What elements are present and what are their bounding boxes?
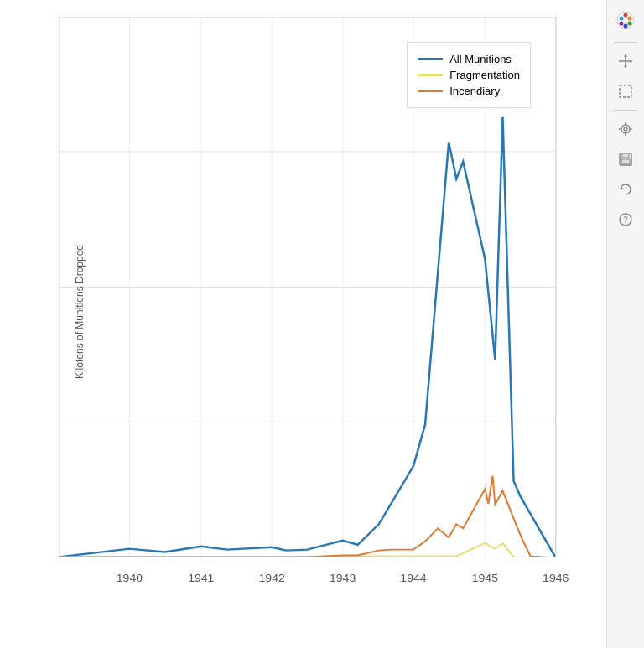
legend-item-all-munitions: All Munitions: [418, 53, 520, 65]
svg-marker-35: [619, 60, 621, 63]
chart-legend: All Munitions Fragmentation Incendiary: [407, 42, 531, 108]
chart-area: Kilotons of Munitions Dropped 0 100 200 …: [59, 17, 598, 606]
svg-point-30: [620, 17, 624, 21]
legend-item-fragmentation: Fragmentation: [418, 69, 520, 81]
save-button[interactable]: [612, 146, 639, 173]
bokeh-logo: [612, 7, 639, 34]
svg-text:1944: 1944: [400, 571, 427, 584]
svg-text:1945: 1945: [472, 571, 499, 584]
toolbar: ?: [606, 0, 644, 648]
svg-text:1941: 1941: [188, 571, 215, 584]
svg-text:1946: 1946: [543, 571, 569, 584]
toolbar-divider-2: [614, 110, 637, 111]
svg-marker-34: [624, 65, 627, 68]
legend-item-incendiary: Incendiary: [418, 85, 520, 97]
legend-line-all-munitions: [418, 58, 443, 60]
wheel-zoom-button[interactable]: [612, 116, 639, 143]
svg-point-26: [628, 17, 632, 21]
legend-line-fragmentation: [418, 74, 443, 76]
pan-button[interactable]: [612, 48, 639, 75]
svg-marker-47: [621, 187, 624, 190]
legend-label-fragmentation: Fragmentation: [449, 69, 520, 81]
svg-point-28: [624, 24, 628, 29]
svg-point-25: [624, 13, 628, 18]
legend-label-incendiary: Incendiary: [449, 85, 500, 97]
svg-point-39: [624, 127, 627, 131]
legend-line-incendiary: [418, 90, 443, 92]
svg-marker-33: [624, 54, 627, 57]
svg-point-27: [628, 22, 632, 26]
svg-point-38: [621, 125, 630, 133]
svg-rect-37: [620, 86, 631, 97]
reset-button[interactable]: [612, 176, 639, 203]
y-axis-label: Kilotons of Munitions Dropped: [74, 244, 86, 378]
legend-label-all-munitions: All Munitions: [449, 53, 512, 65]
svg-text:1940: 1940: [117, 571, 143, 584]
svg-point-29: [620, 22, 624, 26]
svg-marker-36: [630, 60, 632, 63]
chart-container: Kilotons of Munitions Dropped 0 100 200 …: [0, 0, 606, 648]
help-button[interactable]: ?: [612, 206, 639, 233]
svg-text:1942: 1942: [259, 571, 286, 584]
all-munitions-line: [59, 117, 556, 557]
svg-text:?: ?: [623, 215, 628, 225]
svg-rect-46: [621, 159, 630, 164]
svg-text:1943: 1943: [330, 571, 356, 584]
svg-rect-45: [622, 153, 629, 158]
toolbar-divider-1: [614, 42, 637, 43]
box-zoom-button[interactable]: [612, 78, 639, 105]
